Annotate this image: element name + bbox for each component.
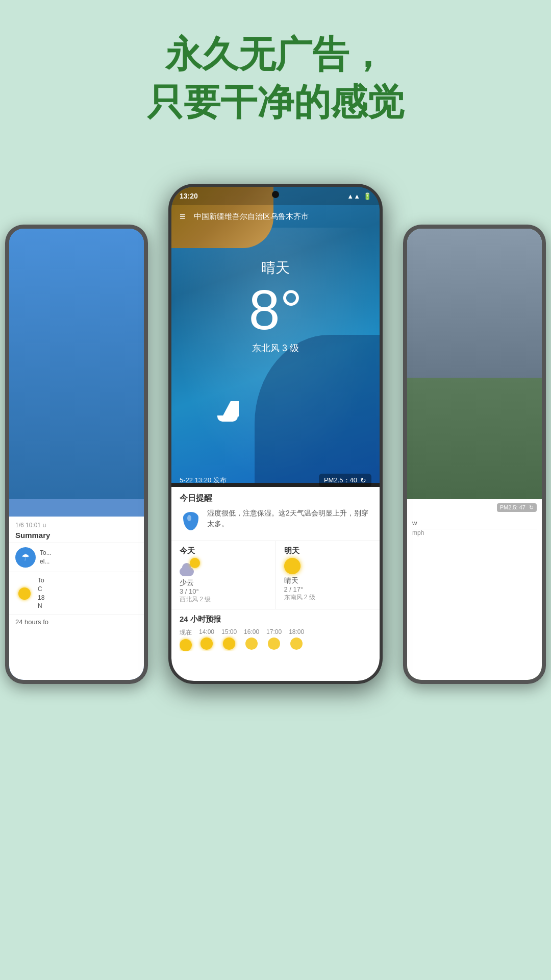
- pm-badge[interactable]: PM2.5：40 ↻: [319, 474, 371, 487]
- phones-container: 1/6 10:01 u Summary ☂ To...el... To C: [0, 184, 551, 980]
- right-bottom: PM2.5: 47 ↻ w mph: [407, 499, 542, 680]
- status-icons: ▲▲ 🔋: [347, 192, 371, 200]
- left-icon-row: ☂ To...el...: [9, 543, 144, 572]
- weather-wind: 东北风 3 级: [171, 342, 380, 354]
- tomorrow-temp: 2 / 17°: [284, 585, 372, 593]
- pm-value: PM2.5：40: [324, 476, 357, 485]
- weather-temperature: 8°: [171, 282, 380, 338]
- publish-time: 5-22 13:20 发布: [180, 476, 227, 485]
- screen: 13:20 ▲▲ 🔋 ≡ 中国新疆维吾尔自治区乌鲁木齐市 晴天 8° 东北风 3…: [171, 187, 380, 681]
- today-temp: 3 / 10°: [180, 587, 267, 595]
- tomorrow-condition: 晴天: [284, 576, 372, 585]
- right-wind-unit: mph: [412, 529, 537, 536]
- right-bg: [407, 229, 542, 499]
- reminder-title: 今日提醒: [180, 493, 371, 504]
- today-condition: 少云: [180, 578, 267, 587]
- phone-left-screen: 1/6 10:01 u Summary ☂ To...el... To C: [9, 229, 144, 680]
- hourly-sun-18: [290, 638, 303, 650]
- reminder-content: 湿度很低，注意保湿。这2天气温会明显上升，别穿太多。: [180, 508, 371, 534]
- hourly-item-14: 14:00: [199, 628, 214, 651]
- umbrella-icon: ☂: [15, 547, 36, 568]
- left-24h: 24 hours fo: [9, 615, 144, 629]
- right-pm-badge: PM2.5: 47 ↻: [497, 503, 537, 512]
- hourly-row: 现在 14:00 15:00: [180, 628, 371, 651]
- navbar: ≡ 中国新疆维吾尔自治区乌鲁木齐市: [171, 205, 380, 228]
- today-wind: 西北风 2 级: [180, 595, 267, 604]
- hourly-item-17: 17:00: [266, 628, 282, 651]
- left-sun-icon: [15, 584, 34, 603]
- forecast-today: 今天 少云 3 / 10° 西北风 2 级: [171, 541, 276, 609]
- water-drop-icon: [180, 508, 202, 534]
- phone-left: 1/6 10:01 u Summary ☂ To...el... To C: [5, 225, 148, 684]
- right-wind-row: w: [412, 517, 537, 529]
- phone-right-screen: PM2.5: 47 ↻ w mph: [407, 229, 542, 680]
- left-desc: To...el...: [40, 549, 52, 566]
- hourly-sun-16: [245, 638, 258, 650]
- left-date-row: 1/6 10:01 u Summary: [9, 517, 144, 543]
- hourly-sun-14: [201, 638, 213, 650]
- left-today-row: To C 18 N: [9, 572, 144, 615]
- menu-icon[interactable]: ≡: [180, 211, 186, 223]
- left-summary-label: Summary: [15, 531, 138, 540]
- white-panel: 今日提醒 湿度很低，注意保湿。这2天气温会明显上升，别穿太多。: [171, 487, 380, 681]
- headline-line2: 只要干净的感觉: [0, 79, 551, 127]
- phone-center: 13:20 ▲▲ 🔋 ≡ 中国新疆维吾尔自治区乌鲁木齐市 晴天 8° 东北风 3…: [168, 184, 383, 684]
- left-bg: [9, 229, 144, 499]
- camera-dot: [272, 191, 279, 198]
- hourly-item-15: 15:00: [221, 628, 237, 651]
- tomorrow-wind: 东南风 2 级: [284, 593, 372, 602]
- hourly-item-18: 18:00: [289, 628, 304, 651]
- battery-icon: 🔋: [363, 192, 371, 200]
- today-icon: [180, 558, 200, 576]
- today-label: 今天: [180, 546, 267, 556]
- tomorrow-label: 明天: [284, 546, 372, 556]
- reminder-text: 湿度很低，注意保湿。这2天气温会明显上升，别穿太多。: [207, 508, 371, 529]
- hourly-item-16: 16:00: [244, 628, 259, 651]
- forecast-tomorrow: 明天 晴天 2 / 17° 东南风 2 级: [276, 541, 380, 609]
- hourly-title: 24 小时预报: [180, 615, 371, 624]
- bottom-info-bar: 5-22 13:20 发布 PM2.5：40 ↻: [171, 474, 380, 487]
- hourly-sun-now: [180, 639, 192, 651]
- hourly-sun-17: [268, 638, 280, 650]
- left-today-text: To C 18 N: [38, 576, 44, 610]
- forecast-row: 今天 少云 3 / 10° 西北风 2 级 明天: [171, 541, 380, 609]
- today-reminder: 今日提醒 湿度很低，注意保湿。这2天气温会明显上升，别穿太多。: [171, 487, 380, 541]
- phone-left-panel: 1/6 10:01 u Summary ☂ To...el... To C: [9, 517, 144, 680]
- status-time: 13:20: [180, 192, 198, 200]
- sailboat: [212, 396, 243, 422]
- hourly-item-now: 现在: [180, 628, 192, 651]
- hourly-section: 24 小时预报 现在 14:00 15:00: [171, 609, 380, 654]
- hourly-sun-15: [223, 638, 235, 650]
- phone-center-inner: 13:20 ▲▲ 🔋 ≡ 中国新疆维吾尔自治区乌鲁木齐市 晴天 8° 东北风 3…: [171, 187, 380, 681]
- phone-right: PM2.5: 47 ↻ w mph: [403, 225, 546, 684]
- headline: 永久无广告， 只要干净的感觉: [0, 31, 551, 126]
- headline-line1: 永久无广告，: [0, 31, 551, 79]
- tomorrow-icon: [284, 558, 372, 574]
- weather-condition: 晴天: [171, 258, 380, 278]
- left-date: 1/6 10:01 u: [15, 522, 138, 529]
- refresh-icon[interactable]: ↻: [360, 476, 366, 484]
- wifi-icon: ▲▲: [347, 192, 360, 200]
- location-text: 中国新疆维吾尔自治区乌鲁木齐市: [194, 212, 309, 222]
- weather-main: 晴天 8° 东北风 3 级: [171, 258, 380, 354]
